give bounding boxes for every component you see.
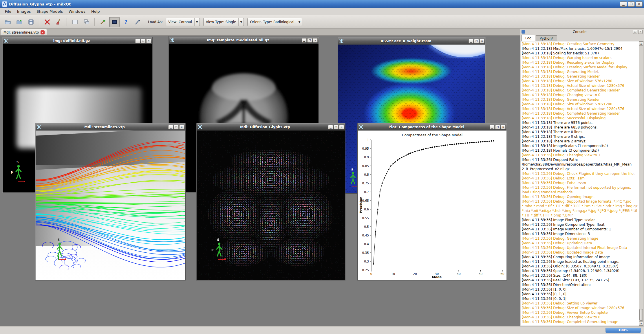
window-plot[interactable]: Plot: Compactness of the Shape Model ▁ ❐… [358, 123, 507, 280]
svg-text:0.45: 0.45 [362, 234, 369, 237]
minimize-icon[interactable]: ▁ [469, 39, 473, 43]
view-type-combo[interactable]: View Type: Single ▼ [203, 18, 244, 26]
scroll-up-button[interactable]: ▲ [639, 41, 643, 46]
help-button[interactable]: ? [121, 17, 131, 27]
log-line: [Mon-4 11:33:36] Debug: Opening Image. [522, 194, 638, 199]
clear-button[interactable] [54, 17, 64, 27]
orientation-label-s: S [351, 168, 353, 171]
orient-type-combo[interactable]: Orient. Type: Radiological ▼ [247, 18, 302, 26]
log-line: [Mon-4 11:33:18] There are 0 strips. [522, 134, 638, 139]
log-line: [Mon-4 11:33:36] Debug: Size of Image wi… [522, 306, 638, 310]
window-titlebar[interactable]: Img: deffield.nii.gz ▁ ❐ ✕ [3, 37, 152, 44]
close-icon[interactable]: ✕ [339, 125, 344, 129]
close-icon[interactable]: ✕ [501, 125, 506, 129]
log-line: [Mon-4 11:33:36] |0, 1, 0| [522, 292, 638, 296]
window-titlebar[interactable]: Mdl: streamlines.vtp ▁ ❐ ✕ [36, 124, 185, 131]
plot-canvas[interactable]: Compactness of the Shape Model 0.250.30.… [358, 131, 506, 280]
log-line: [Mon-4 11:33:18] Debug: Actual Size of w… [522, 83, 638, 88]
window-titlebar[interactable]: Plot: Compactness of the Shape Model ▁ ❐… [358, 124, 506, 131]
maximize-icon[interactable]: ❐ [174, 125, 179, 129]
streamlines-viewport[interactable]: S [36, 131, 185, 280]
log-line: [Mon-4 11:33:36] Image Number of Compone… [522, 227, 638, 232]
window-streamlines[interactable]: Mdl: streamlines.vtp ▁ ❐ ✕ S [35, 123, 185, 280]
console-float-button[interactable]: ❐ [633, 30, 637, 34]
plot-title: Compactness of the Shape Model [358, 131, 506, 137]
render-button[interactable] [132, 17, 143, 27]
log-line: [Mon-4 11:33:18] Debug: Generating Rende… [522, 97, 638, 102]
tile-windows-button[interactable] [70, 17, 80, 27]
svg-text:0.7: 0.7 [364, 190, 369, 194]
chevron-down-icon: ▼ [194, 18, 200, 26]
window-titlebar[interactable]: RSSM: ace_R_weight.rssm ▁ ❐ ✕ [338, 38, 485, 45]
log-line: [Mon-4 11:33:36] Image loaded as floatin… [522, 259, 638, 264]
open-collection-button[interactable] [14, 17, 25, 27]
close-icon[interactable]: ✕ [313, 38, 318, 43]
scroll-down-button[interactable]: ▼ [639, 321, 643, 326]
log-line: [Mon-4 11:33:18] There are 9576 points. [522, 120, 638, 125]
maximize-icon[interactable]: ❐ [628, 1, 635, 7]
orientation-label-p: P [211, 249, 213, 252]
open-file-button[interactable] [3, 17, 13, 27]
svg-text:0.8: 0.8 [364, 173, 369, 176]
menu-windows[interactable]: Windows [66, 8, 88, 15]
progress-bar: 100% [605, 328, 641, 333]
log-line: [Mon-4 11:33:36] Direction/Orientation: [522, 282, 638, 287]
menu-help[interactable]: Help [88, 8, 103, 15]
minimize-icon[interactable]: ▁ [490, 125, 495, 129]
maximize-icon[interactable]: ❐ [141, 39, 146, 43]
menu-shape-models[interactable]: Shape Models [34, 8, 66, 15]
minimize-icon[interactable]: ▁ [302, 38, 307, 43]
log-line: [Mon-4 11:33:36] Image Dimensions: 3 [522, 232, 638, 236]
console-log[interactable]: [Mon-4 11:33:18] Debug: Creating Surface… [521, 41, 639, 326]
screenshot-button[interactable] [109, 17, 120, 27]
view-type-combo-value: View Type: Single [204, 20, 239, 24]
tab-python[interactable]: Python* [536, 35, 557, 41]
log-line: [Mon-4 11:33:18] Debug: Completed Genera… [522, 111, 638, 116]
minimize-icon[interactable]: ▁ [135, 39, 140, 43]
window-titlebar[interactable]: Img: template_modulated.nii.gz ▁ ❐ ✕ [169, 37, 319, 44]
svg-text:0.3: 0.3 [364, 260, 369, 263]
delete-button[interactable] [42, 17, 52, 27]
close-icon[interactable]: ✕ [179, 125, 184, 129]
log-line: [Mon-4 11:33:18] Debug: Generating Model… [522, 69, 638, 74]
toolbar-separator [94, 18, 95, 26]
console-panel: Console ❐ ✕ Log Python* [Mon-4 11:33:18]… [520, 29, 644, 326]
menu-images[interactable]: Images [14, 8, 34, 15]
log-line: [Mon-4 11:33:36] Debug: Exts: .ssm [522, 176, 638, 181]
window-title: Mdl: Diffusion_Glyphs.vtp [204, 125, 326, 129]
console-header[interactable]: Console ❐ ✕ [520, 29, 644, 35]
view-combo[interactable]: View: Coronal ▼ [166, 18, 200, 26]
maximize-icon[interactable]: ❐ [307, 38, 312, 43]
close-icon[interactable]: ✕ [636, 1, 643, 7]
tab-log[interactable]: Log [522, 35, 535, 41]
console-scrollbar[interactable]: ▲ ▼ [639, 41, 643, 326]
folder-open-icon [5, 19, 11, 25]
glyphs-viewport[interactable]: S P [197, 131, 345, 280]
log-line: load using standard methods. [522, 190, 638, 194]
minimize-icon[interactable]: ▁ [328, 125, 333, 129]
main-titlebar[interactable]: Diffusion_Glyphs.vtp - milxQt ▁ ❐ ✕ [0, 0, 644, 8]
menu-file[interactable]: File [2, 8, 14, 15]
maximize-icon[interactable]: ❐ [334, 125, 339, 129]
window-titlebar[interactable]: Mdl: Diffusion_Glyphs.vtp ▁ ❐ ✕ [197, 124, 345, 131]
wand-add-button[interactable] [98, 17, 108, 27]
toolbar-separator [39, 18, 39, 26]
minimize-icon[interactable]: ▁ [168, 125, 173, 129]
tab-mdl-streamlines[interactable]: Mdl: streamlines.vtp ✕ [1, 29, 47, 35]
save-button[interactable] [26, 17, 36, 27]
tab-close-icon[interactable]: ✕ [41, 30, 45, 34]
scroll-thumb[interactable] [639, 309, 643, 321]
console-close-button[interactable]: ✕ [638, 30, 643, 34]
orientation-person-icon [15, 165, 22, 180]
maximize-icon[interactable]: ❐ [495, 125, 500, 129]
cascade-windows-button[interactable] [81, 17, 92, 27]
status-bar: 100% [0, 326, 644, 334]
window-diffusion-glyphs[interactable]: Mdl: Diffusion_Glyphs.vtp ▁ ❐ ✕ S P [197, 123, 345, 280]
milx-icon [3, 38, 8, 43]
close-icon[interactable]: ✕ [146, 39, 151, 43]
close-icon[interactable]: ✕ [480, 39, 484, 43]
minimize-icon[interactable]: ▁ [620, 1, 627, 7]
svg-text:0.5: 0.5 [364, 225, 369, 228]
maximize-icon[interactable]: ❐ [474, 39, 479, 43]
log-line: [Mon-4 11:33:36] |1, 0, 0| [522, 287, 638, 292]
